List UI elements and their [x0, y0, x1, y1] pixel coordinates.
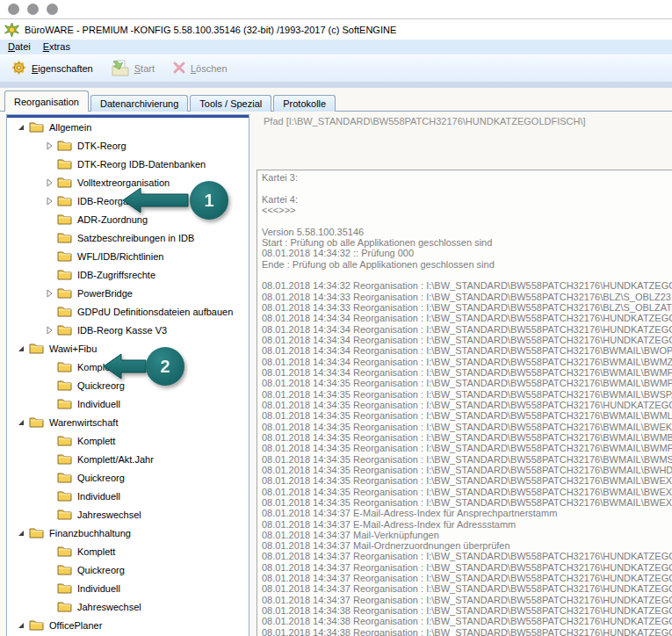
collapse-icon[interactable] — [16, 417, 27, 428]
tree-item-wfl-idb-richtlinien[interactable]: WFL/IDB/Richtlinien — [7, 247, 249, 265]
toolbar: Eigenschaften Start Löschen — [0, 54, 672, 82]
tree-item-dtk-reorg[interactable]: DTK-Reorg — [7, 136, 249, 155]
tree-item-label: Quickreorg — [77, 473, 125, 483]
delete-x-icon — [172, 61, 186, 76]
eigenschaften-button[interactable]: Eigenschaften — [8, 58, 96, 79]
log-line: Start : Prüfung ob alle Applikationen ge… — [262, 237, 672, 248]
log-line: 08.01.2018 14:34:38 Reorganisation : I:\… — [262, 616, 672, 626]
window-control-dot[interactable] — [8, 4, 19, 15]
tree-item-powerbridge[interactable]: PowerBridge — [7, 284, 249, 302]
tree-item-label: Warenwirtschaft — [49, 417, 118, 428]
tree-item-komplett[interactable]: Komplett — [7, 431, 249, 450]
tree-item-label: Satzbeschreibungen in IDB — [77, 233, 194, 243]
log-line: 08.01.2018 14:34:38 Reorganisation : I:\… — [262, 627, 672, 636]
log-line: 08.01.2018 14:34:37 Reorganisation : I:\… — [262, 583, 672, 594]
folder-icon — [57, 324, 72, 336]
menu-item-datei[interactable]: Datei — [4, 40, 39, 54]
log-line: Kartei 4: — [262, 194, 672, 205]
tree-item-komplett-akt-jahr[interactable]: Komplett/Akt.Jahr — [7, 450, 249, 468]
collapse-icon[interactable] — [16, 122, 27, 133]
tree-item-individuell[interactable]: Individuell — [7, 487, 249, 505]
tree-item-komplett[interactable]: Komplett — [7, 542, 249, 560]
tree-item-label: DTK-Reorg — [77, 141, 126, 151]
tree-item-warenwirtschaft[interactable]: Warenwirtschaft — [7, 413, 249, 431]
path-label: Pfad [I:\BW_STANDARD\BW558PATCH32176\HUN… — [264, 116, 586, 126]
toolbar-button-label: Eigenschaften — [32, 63, 93, 74]
log-line: 08.01.2018 14:34:34 Reorganisation : I:\… — [262, 345, 672, 356]
log-line: 08.01.2018 14:34:33 Reorganisation : I:\… — [262, 302, 672, 313]
tree-item-quickreorg[interactable]: Quickreorg — [7, 560, 249, 579]
log-line: 08.01.2018 14:34:33 Reorganisation : I:\… — [262, 292, 672, 302]
tree-item-finanzbuchhaltung[interactable]: Finanzbuchhaltung — [7, 524, 249, 542]
collapse-icon[interactable] — [16, 528, 27, 538]
tree-item-idb-reorg-kasse-v3[interactable]: IDB-Reorg Kasse V3 — [7, 321, 249, 339]
svg-text:2: 2 — [160, 357, 170, 376]
tree-item-label: OfficePlaner — [49, 620, 102, 631]
log-line: 08.01.2018 14:34:35 Reorganisation : I:\… — [262, 487, 672, 497]
expand-icon[interactable] — [44, 325, 55, 336]
tree-item-allgemein[interactable]: Allgemein — [7, 118, 249, 136]
tab-tools-spezial[interactable]: Tools / Spezial — [190, 95, 271, 112]
expander-placeholder — [44, 270, 55, 280]
expander-placeholder — [44, 473, 55, 483]
tree-item-satzbeschreibungen-in-idb[interactable]: Satzbeschreibungen in IDB — [7, 228, 249, 247]
folder-icon — [57, 140, 72, 151]
tree-item-jahreswechsel[interactable]: Jahreswechsel — [7, 505, 249, 524]
collapse-icon[interactable] — [16, 620, 27, 631]
log-output[interactable]: Kartei 3: Kartei 4:<<<>>> Version 5.58.1… — [257, 170, 672, 636]
tree-item-label: Individuell — [77, 491, 120, 502]
log-line: 08.01.2018 14:34:35 Reorganisation : I:\… — [262, 475, 672, 486]
log-line: 08.01.2018 14:34:32 :: Prüfung 000 — [262, 248, 672, 258]
log-line: 08.01.2018 14:34:34 Reorganisation : I:\… — [262, 367, 672, 378]
log-line: 08.01.2018 14:34:35 Reorganisation : I:\… — [262, 422, 672, 432]
tree-item-gdpdu-definitionsdateien-aufbauen[interactable]: GDPdU Definitionsdateien aufbauen — [7, 302, 249, 321]
tab-reorganisation[interactable]: Reorganisation — [4, 90, 89, 112]
callout-1-annotation: 1 — [121, 175, 232, 228]
folder-icon — [29, 343, 44, 354]
expand-icon[interactable] — [44, 141, 55, 151]
tree-item-individuell[interactable]: Individuell — [7, 579, 249, 597]
expander-placeholder — [44, 307, 55, 317]
expand-icon[interactable] — [44, 288, 55, 299]
window-control-dot[interactable] — [47, 4, 58, 15]
tree-item-quickreorg[interactable]: Quickreorg — [7, 468, 249, 487]
tree-item-label: Individuell — [77, 399, 120, 409]
folder-icon — [57, 232, 72, 243]
log-line: Kartei 3: — [262, 172, 672, 183]
expand-icon[interactable] — [44, 196, 55, 206]
tab-protokolle[interactable]: Protokolle — [273, 95, 336, 112]
callout-2-annotation: 2 — [102, 341, 186, 394]
app-icon — [4, 23, 19, 37]
expander-placeholder — [44, 214, 55, 225]
folder-icon — [57, 269, 72, 280]
tree-item-officeplaner[interactable]: OfficePlaner — [7, 616, 249, 634]
collapse-icon[interactable] — [16, 343, 27, 354]
expander-placeholder — [44, 380, 55, 391]
l-schen-button[interactable]: Löschen — [170, 59, 230, 78]
tree-item-dtk-reorg-idb-datenbanken[interactable]: DTK-Reorg IDB-Datenbanken — [7, 155, 249, 173]
folder-icon — [57, 250, 72, 262]
tree-item-jahreswechsel[interactable]: Jahreswechsel — [7, 597, 249, 616]
window-control-dot[interactable] — [27, 4, 39, 15]
tree-item-idb-zugriffsrechte[interactable]: IDB-Zugriffsrechte — [7, 265, 249, 284]
expander-placeholder — [44, 454, 55, 465]
log-line: 08.01.2018 14:34:37 Reorganisation : I:\… — [262, 562, 672, 573]
log-line: 08.01.2018 14:34:35 Reorganisation : I:\… — [262, 465, 672, 475]
tab-datenarchivierung[interactable]: Datenarchivierung — [90, 95, 188, 112]
log-line: 08.01.2018 14:34:32 Reorganisation : I:\… — [262, 280, 672, 291]
callout-arrow — [104, 354, 146, 379]
start-button[interactable]: Start — [108, 58, 157, 80]
window-frame — [0, 0, 672, 19]
folder-icon — [57, 509, 72, 520]
expander-placeholder — [44, 491, 55, 502]
tree-item-label: Wawi+Fibu — [49, 343, 97, 354]
log-line: 08.01.2018 14:34:34 Reorganisation : I:\… — [262, 335, 672, 345]
log-line: 08.01.2018 14:34:38 Reorganisation : I:\… — [262, 605, 672, 616]
log-line: 08.01.2018 14:34:37 Reorganisation : I:\… — [262, 551, 672, 561]
menu-item-extras[interactable]: Extras — [39, 40, 78, 54]
start-folder-icon — [111, 60, 130, 78]
log-line: 08.01.2018 14:34:35 Reorganisation : I:\… — [262, 400, 672, 410]
svg-text:1: 1 — [204, 191, 213, 210]
expand-icon[interactable] — [44, 177, 55, 188]
tree-item-individuell[interactable]: Individuell — [7, 394, 249, 413]
